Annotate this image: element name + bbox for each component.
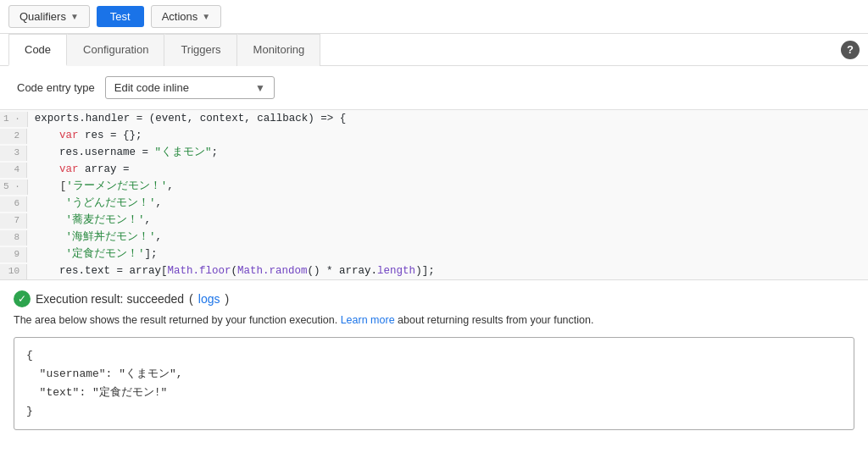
tab-configuration[interactable]: Configuration — [67, 34, 164, 66]
line-number: 5 · — [0, 180, 28, 195]
qualifiers-button[interactable]: Qualifiers ▼ — [8, 5, 90, 28]
result-parens-close: ) — [225, 292, 229, 306]
tabs: Code Configuration Triggers Monitoring — [8, 34, 320, 65]
code-line-5: 5 · ['ラーメンだモン！', — [0, 178, 868, 195]
code-line-10: 10 res.text = array[Math.floor(Math.rand… — [0, 262, 868, 279]
tabs-container: Code Configuration Triggers Monitoring ? — [0, 34, 868, 66]
result-box: { "username": "くまモン", "text": "定食だモン!" } — [14, 337, 854, 430]
line-number: 3 — [0, 146, 27, 161]
line-number: 2 — [0, 129, 27, 144]
result-status: Execution result: succeeded — [36, 292, 184, 306]
tab-monitoring[interactable]: Monitoring — [237, 34, 321, 66]
line-number: 8 — [0, 230, 27, 246]
line-number: 7 — [0, 213, 27, 229]
actions-chevron-icon: ▼ — [202, 12, 210, 21]
line-number: 6 — [0, 196, 27, 212]
code-line-7: 7 '蕎麦だモン！', — [0, 212, 868, 229]
toolbar: Qualifiers ▼ Test Actions ▼ — [0, 0, 868, 34]
qualifiers-label: Qualifiers — [19, 10, 66, 23]
result-output: { "username": "くまモン", "text": "定食だモン!" } — [26, 346, 842, 421]
code-line-1: 1 · exports.handler = (event, context, c… — [0, 110, 868, 127]
learn-more-link[interactable]: Learn more — [341, 314, 395, 326]
success-icon: ✓ — [14, 290, 31, 307]
tab-triggers[interactable]: Triggers — [164, 34, 236, 66]
line-number: 1 · — [0, 112, 28, 127]
result-parens-open: ( — [189, 292, 193, 306]
result-area: ✓ Execution result: succeeded (logs) The… — [0, 280, 868, 437]
code-editor[interactable]: 1 · exports.handler = (event, context, c… — [0, 110, 868, 280]
result-description: The area below shows the result returned… — [14, 312, 854, 329]
code-line-8: 8 '海鮮丼だモン！', — [0, 229, 868, 246]
qualifiers-chevron-icon: ▼ — [70, 12, 79, 21]
code-line-3: 3 res.username = "くまモン"; — [0, 144, 868, 161]
line-number: 9 — [0, 247, 27, 262]
help-icon[interactable]: ? — [841, 41, 860, 59]
test-button[interactable]: Test — [97, 6, 144, 27]
code-entry-select[interactable]: Edit code inline ▼ — [105, 76, 275, 99]
select-arrow-icon: ▼ — [255, 82, 265, 94]
code-line-6: 6 'うどんだモン！', — [0, 195, 868, 212]
actions-label: Actions — [162, 10, 198, 23]
line-number: 10 — [0, 264, 27, 279]
actions-button[interactable]: Actions ▼ — [151, 5, 222, 28]
code-entry-label: Code entry type — [17, 81, 95, 94]
code-entry-value: Edit code inline — [114, 81, 189, 94]
code-entry-row: Code entry type Edit code inline ▼ — [0, 66, 868, 110]
code-line-9: 9 '定食だモン！']; — [0, 246, 868, 262]
line-number: 4 — [0, 163, 27, 178]
code-line-4: 4 var array = — [0, 161, 868, 178]
tab-code[interactable]: Code — [8, 34, 67, 66]
logs-link[interactable]: logs — [198, 292, 220, 306]
result-header: ✓ Execution result: succeeded (logs) — [14, 290, 854, 307]
code-line-2: 2 var res = {}; — [0, 127, 868, 144]
